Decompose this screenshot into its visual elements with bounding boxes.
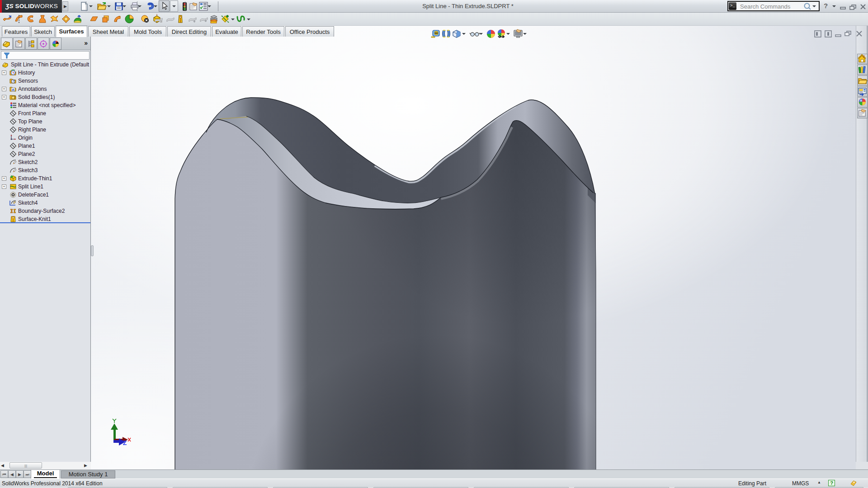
svg-text:A: A [12, 88, 14, 92]
